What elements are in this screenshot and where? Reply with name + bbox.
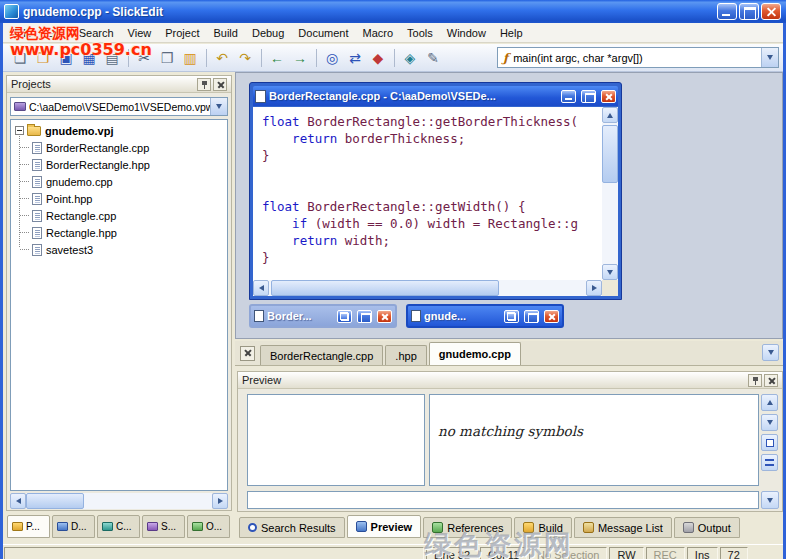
- scrollbar-track[interactable]: [26, 493, 212, 509]
- minimize-button[interactable]: [717, 3, 737, 20]
- navigate-forward-icon[interactable]: →: [289, 47, 311, 69]
- close-button[interactable]: [761, 3, 781, 20]
- scroll-up-icon[interactable]: [602, 107, 618, 123]
- cut-icon[interactable]: ✂: [133, 47, 155, 69]
- minimize-button[interactable]: [561, 90, 576, 103]
- scrollbar-track[interactable]: [602, 123, 618, 264]
- panel-tab-projects[interactable]: P...: [7, 515, 50, 538]
- menu-view[interactable]: View: [121, 24, 159, 42]
- panel-tab-message-list[interactable]: Message List: [574, 517, 672, 538]
- copy-icon[interactable]: ❒: [156, 47, 178, 69]
- list-options-icon[interactable]: [761, 454, 778, 471]
- panel-tab-preview[interactable]: Preview: [347, 515, 422, 538]
- restore-button[interactable]: [337, 310, 352, 323]
- print-icon[interactable]: ▤: [101, 47, 123, 69]
- editor-window-title-bar[interactable]: BorderRectangle.cpp - C:\aaDemo\VSEDe...: [253, 86, 618, 106]
- maximize-button[interactable]: [357, 310, 372, 323]
- preview-symbol-list[interactable]: [247, 394, 425, 486]
- menu-file[interactable]: File: [7, 24, 39, 42]
- panel-tab-build[interactable]: Build: [514, 517, 571, 538]
- editor-body[interactable]: float BorderRectangle::getBorderThicknes…: [253, 107, 618, 296]
- scroll-down-icon[interactable]: [602, 264, 618, 280]
- maximize-button[interactable]: [524, 310, 539, 323]
- editor-window[interactable]: BorderRectangle.cpp - C:\aaDemo\VSEDe...…: [249, 82, 622, 300]
- panel-tab-open[interactable]: O...: [187, 515, 230, 538]
- title-bar[interactable]: gnudemo.cpp - SlickEdit: [0, 0, 786, 23]
- menu-document[interactable]: Document: [291, 24, 355, 42]
- tree-item-file[interactable]: BorderRectangle.hpp: [11, 156, 227, 173]
- find-icon[interactable]: ◎: [321, 47, 343, 69]
- restore-button[interactable]: [504, 310, 519, 323]
- menu-search[interactable]: Search: [72, 24, 121, 42]
- file-tab-gnudemo-cpp[interactable]: gnudemo.cpp: [429, 342, 521, 365]
- maximize-button[interactable]: [581, 90, 596, 103]
- file-tab-borderrectangle-cpp[interactable]: BorderRectangle.cpp: [260, 345, 383, 365]
- tree-item-project[interactable]: gnudemo.vpj: [11, 122, 227, 139]
- maximize-button[interactable]: [739, 3, 759, 20]
- function-combo-dropdown-icon[interactable]: [761, 48, 778, 67]
- scrollbar-track[interactable]: [269, 280, 586, 296]
- close-document-icon[interactable]: [240, 346, 255, 361]
- projects-panel-caption[interactable]: Projects: [7, 76, 231, 93]
- tree-item-file[interactable]: Point.hpp: [11, 190, 227, 207]
- scroll-left-icon[interactable]: [10, 493, 26, 509]
- collapse-expander-icon[interactable]: [15, 126, 24, 135]
- previous-symbol-icon[interactable]: [761, 394, 778, 411]
- scroll-right-icon[interactable]: [586, 280, 602, 296]
- copy-symbol-icon[interactable]: [761, 434, 778, 451]
- preview-panel-caption[interactable]: Preview: [238, 372, 782, 389]
- macro-icon[interactable]: ✎: [422, 47, 444, 69]
- tree-item-file[interactable]: gnudemo.cpp: [11, 173, 227, 190]
- menu-tools[interactable]: Tools: [400, 24, 440, 42]
- editor-horizontal-scrollbar[interactable]: [253, 280, 602, 296]
- scrollbar-thumb[interactable]: [26, 493, 84, 509]
- minimized-window-borderrectangle[interactable]: Border...: [249, 304, 397, 328]
- menu-edit[interactable]: Edit: [39, 24, 72, 42]
- preview-combo-dropdown-icon[interactable]: [761, 491, 779, 509]
- navigate-back-icon[interactable]: ←: [266, 47, 288, 69]
- menu-project[interactable]: Project: [158, 24, 206, 42]
- panel-tab-class[interactable]: C...: [97, 515, 140, 538]
- tab-list-dropdown-icon[interactable]: [762, 344, 779, 361]
- scroll-right-icon[interactable]: [212, 493, 228, 509]
- menu-window[interactable]: Window: [440, 24, 493, 42]
- paste-icon[interactable]: ▥: [179, 47, 201, 69]
- close-icon[interactable]: [764, 374, 778, 387]
- panel-tab-search-results[interactable]: Search Results: [239, 517, 345, 538]
- menu-build[interactable]: Build: [206, 24, 244, 42]
- panel-tab-defs[interactable]: D...: [52, 515, 95, 538]
- projects-horizontal-scrollbar[interactable]: [10, 493, 228, 509]
- close-button[interactable]: [544, 310, 559, 323]
- panel-tab-symbols[interactable]: S...: [142, 515, 185, 538]
- panel-tab-output[interactable]: Output: [674, 517, 740, 538]
- undo-icon[interactable]: ↶: [211, 47, 233, 69]
- tree-item-file[interactable]: BorderRectangle.cpp: [11, 139, 227, 156]
- scroll-left-icon[interactable]: [253, 280, 269, 296]
- preview-symbol-input[interactable]: [247, 491, 759, 509]
- menu-debug[interactable]: Debug: [245, 24, 291, 42]
- close-button[interactable]: [377, 310, 392, 323]
- workspace-combo[interactable]: C:\aaDemo\VSEDemo1\VSEDemo.vpw: [10, 97, 228, 116]
- replace-icon[interactable]: ⇄: [344, 47, 366, 69]
- save-icon[interactable]: ▣: [55, 47, 77, 69]
- workspace-combo-dropdown-icon[interactable]: [210, 98, 227, 115]
- scrollbar-thumb[interactable]: [602, 125, 618, 183]
- scrollbar-thumb[interactable]: [271, 280, 499, 296]
- close-icon[interactable]: [213, 78, 227, 91]
- function-combo[interactable]: ƒ main(int argc, char *argv[]): [497, 47, 779, 68]
- pin-icon[interactable]: [197, 78, 211, 91]
- file-tab-hpp[interactable]: .hpp: [385, 345, 426, 365]
- redo-icon[interactable]: ↷: [234, 47, 256, 69]
- tree-item-file[interactable]: Rectangle.hpp: [11, 224, 227, 241]
- save-all-icon[interactable]: ▦: [78, 47, 100, 69]
- close-button[interactable]: [601, 90, 616, 103]
- pin-icon[interactable]: [748, 374, 762, 387]
- minimized-window-gnudemo[interactable]: gnude...: [406, 304, 564, 328]
- bookmark-icon[interactable]: ◆: [367, 47, 389, 69]
- new-file-icon[interactable]: ❏: [9, 47, 31, 69]
- menu-macro[interactable]: Macro: [356, 24, 401, 42]
- next-symbol-icon[interactable]: [761, 414, 778, 431]
- panel-tab-references[interactable]: References: [423, 517, 512, 538]
- compile-icon[interactable]: ◈: [399, 47, 421, 69]
- editor-vertical-scrollbar[interactable]: [602, 107, 618, 280]
